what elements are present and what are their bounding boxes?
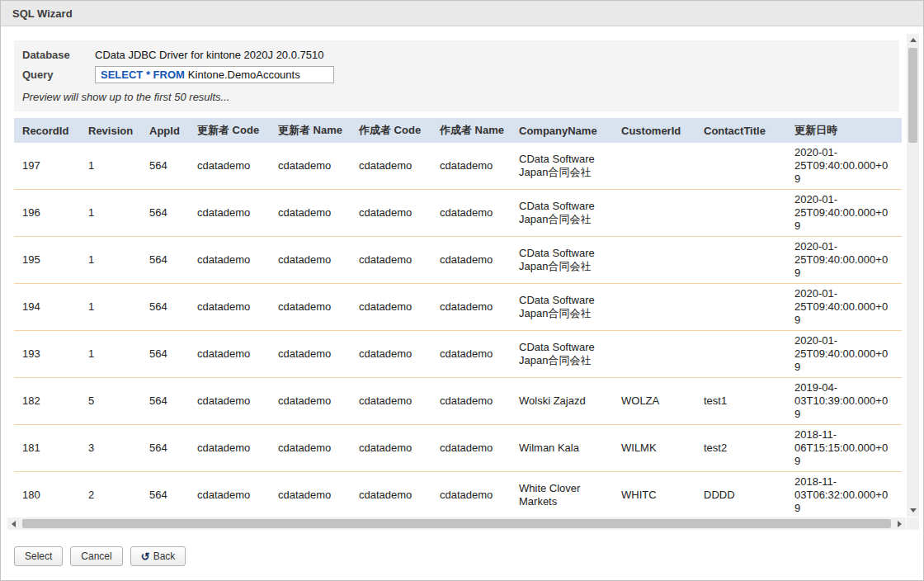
- table-row[interactable]: 1802564cdatademocdatademocdatademocdatad…: [14, 472, 902, 517]
- table-cell: 2020-01-25T09:40:00.000+09: [786, 190, 902, 237]
- database-row: Database CData JDBC Driver for kintone 2…: [22, 49, 889, 61]
- table-cell: 197: [14, 143, 80, 190]
- vertical-scroll-thumb[interactable]: [908, 48, 917, 143]
- table-cell: 2: [80, 472, 141, 517]
- scroll-right-icon[interactable]: [893, 517, 906, 530]
- column-header[interactable]: 更新者 Name: [270, 118, 351, 143]
- back-button[interactable]: ↺ Back: [130, 546, 186, 566]
- query-table-name: Kintone.DemoAccounts: [188, 68, 300, 81]
- window-titlebar: SQL Wizard: [1, 1, 923, 26]
- table-cell: [613, 331, 695, 378]
- select-button-label: Select: [25, 550, 52, 562]
- table-row[interactable]: 1971564cdatademocdatademocdatademocdatad…: [14, 143, 902, 190]
- table-row[interactable]: 1825564cdatademocdatademocdatademocdatad…: [14, 378, 902, 425]
- table-cell: 564: [141, 143, 189, 190]
- table-cell: 194: [14, 284, 80, 331]
- table-cell: [695, 237, 786, 284]
- table-cell: cdatademo: [270, 472, 351, 517]
- scroll-up-icon[interactable]: [907, 34, 919, 46]
- table-cell: cdatademo: [351, 472, 431, 517]
- scroll-left-icon[interactable]: [7, 517, 20, 530]
- column-header[interactable]: 作成者 Name: [431, 118, 511, 143]
- table-cell: 3: [80, 425, 141, 472]
- window-title: SQL Wizard: [12, 7, 73, 20]
- table-cell: CData Software Japan合同会社: [511, 284, 613, 331]
- table-cell: Wilman Kala: [511, 425, 613, 472]
- horizontal-scroll-thumb[interactable]: [22, 519, 891, 528]
- back-icon: ↺: [141, 551, 150, 562]
- table-cell: cdatademo: [431, 143, 511, 190]
- cancel-button-label: Cancel: [81, 550, 111, 562]
- table-cell: 2020-01-25T09:40:00.000+09: [786, 237, 902, 284]
- column-header[interactable]: 更新者 Code: [189, 118, 270, 143]
- sql-wizard-window: SQL Wizard Database CData JDBC Driver fo…: [0, 0, 924, 581]
- column-header[interactable]: 作成者 Code: [351, 118, 431, 143]
- table-cell: cdatademo: [189, 378, 270, 425]
- table-cell: 564: [141, 378, 189, 425]
- table-row[interactable]: 1931564cdatademocdatademocdatademocdatad…: [14, 331, 902, 378]
- table-cell: cdatademo: [351, 143, 431, 190]
- table-cell: cdatademo: [189, 472, 270, 517]
- table-cell: White Clover Markets: [511, 472, 613, 517]
- scroll-down-icon[interactable]: [907, 504, 919, 517]
- table-cell: cdatademo: [270, 143, 351, 190]
- table-cell: [695, 331, 786, 378]
- table-cell: 181: [14, 425, 80, 472]
- table-cell: 1: [80, 190, 141, 237]
- table-cell: cdatademo: [351, 284, 431, 331]
- select-button[interactable]: Select: [14, 546, 63, 566]
- table-row[interactable]: 1813564cdatademocdatademocdatademocdatad…: [14, 425, 902, 472]
- table-cell: cdatademo: [189, 143, 270, 190]
- table-cell: [613, 237, 695, 284]
- table-cell: [613, 190, 695, 237]
- table-cell: 564: [141, 472, 189, 517]
- table-cell: CData Software Japan合同会社: [511, 143, 613, 190]
- table-cell: cdatademo: [270, 190, 351, 237]
- table-cell: 564: [141, 284, 189, 331]
- column-header[interactable]: ContactTitle: [695, 118, 786, 143]
- table-header-row: RecordIdRevisionAppId更新者 Code更新者 Name作成者…: [14, 118, 902, 143]
- column-header[interactable]: Revision: [80, 118, 141, 143]
- table-cell: WHITC: [613, 472, 695, 517]
- table-cell: CData Software Japan合同会社: [511, 190, 613, 237]
- scrollbar-corner: [907, 517, 919, 530]
- table-cell: cdatademo: [189, 425, 270, 472]
- table-cell: cdatademo: [431, 331, 511, 378]
- info-panel: Database CData JDBC Driver for kintone 2…: [14, 40, 899, 111]
- query-input[interactable]: SELECT * FROMKintone.DemoAccounts: [95, 66, 334, 83]
- horizontal-scrollbar[interactable]: [7, 517, 906, 530]
- table-cell: WOLZA: [613, 378, 695, 425]
- cancel-button[interactable]: Cancel: [70, 546, 122, 566]
- column-header[interactable]: CompanyName: [511, 118, 613, 143]
- column-header[interactable]: RecordId: [14, 118, 80, 143]
- table-cell: cdatademo: [351, 378, 431, 425]
- database-value: CData JDBC Driver for kintone 2020J 20.0…: [95, 49, 323, 61]
- column-header[interactable]: CustomerId: [613, 118, 695, 143]
- table-cell: 564: [141, 425, 189, 472]
- table-cell: 1: [80, 284, 141, 331]
- table-cell: 195: [14, 237, 80, 284]
- table-cell: 180: [14, 472, 80, 517]
- scroll-content: Database CData JDBC Driver for kintone 2…: [7, 34, 906, 517]
- table-cell: [613, 284, 695, 331]
- table-row[interactable]: 1961564cdatademocdatademocdatademocdatad…: [14, 190, 902, 237]
- table-cell: 2020-01-25T09:40:00.000+09: [786, 284, 902, 331]
- table-cell: cdatademo: [189, 331, 270, 378]
- table-row[interactable]: 1941564cdatademocdatademocdatademocdatad…: [14, 284, 902, 331]
- vertical-scrollbar[interactable]: [907, 34, 919, 517]
- table-cell: 2018-11-03T06:32:00.000+09: [786, 472, 902, 517]
- table-cell: 2018-11-06T15:15:00.000+09: [786, 425, 902, 472]
- table-cell: cdatademo: [431, 190, 511, 237]
- query-row: Query SELECT * FROMKintone.DemoAccounts: [22, 66, 889, 83]
- table-cell: cdatademo: [431, 472, 511, 517]
- column-header[interactable]: 更新日時: [786, 118, 902, 143]
- table-cell: cdatademo: [351, 425, 431, 472]
- table-cell: cdatademo: [189, 237, 270, 284]
- column-header[interactable]: AppId: [141, 118, 189, 143]
- table-cell: 193: [14, 331, 80, 378]
- query-label: Query: [22, 68, 95, 81]
- dialog-body: Database CData JDBC Driver for kintone 2…: [1, 26, 923, 580]
- table-cell: cdatademo: [189, 190, 270, 237]
- table-cell: cdatademo: [270, 378, 351, 425]
- table-row[interactable]: 1951564cdatademocdatademocdatademocdatad…: [14, 237, 902, 284]
